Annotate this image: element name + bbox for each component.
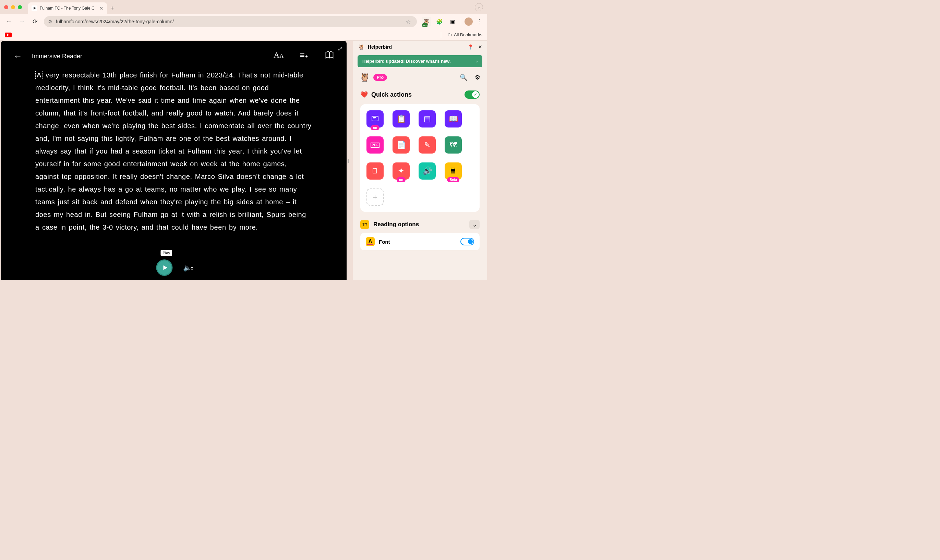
qa-dictionary[interactable]: 📖: [445, 110, 462, 128]
pro-badge: Pro: [373, 74, 387, 81]
play-tooltip: Play: [161, 250, 172, 256]
pin-button[interactable]: 📍: [468, 44, 474, 50]
qa-calculator[interactable]: 🖩Beta: [445, 162, 462, 180]
tab-favicon: ⚑: [32, 6, 37, 11]
chevron-right-icon: ›: [476, 58, 477, 64]
qa-pdf[interactable]: PDF: [366, 136, 384, 154]
close-window-button[interactable]: [4, 5, 8, 9]
play-button[interactable]: [156, 260, 173, 276]
helperbird-panel: 🦉 Helperbird 📍 ✕ Helperbird updated! Dis…: [353, 41, 487, 280]
site-settings-icon[interactable]: ⚙: [48, 19, 52, 24]
folder-icon: 🗀: [448, 32, 452, 37]
qa-badge: Beta: [447, 177, 459, 182]
font-icon: A: [366, 237, 375, 246]
helperbird-logo-icon: 🦉: [358, 43, 365, 51]
qa-badge: on: [371, 125, 380, 130]
reader-back-button[interactable]: ←: [13, 51, 22, 62]
quick-actions-header: ❤️ Quick actions: [353, 86, 487, 102]
helperbird-extension-icon[interactable]: 🦉on: [422, 17, 431, 26]
panel-titlebar: 🦉 Helperbird 📍 ✕: [353, 41, 487, 53]
heart-icon: ❤️: [360, 91, 368, 98]
qa-add-button[interactable]: ＋: [366, 189, 384, 206]
bookmark-star-icon[interactable]: ☆: [406, 18, 411, 25]
window-controls: [4, 5, 22, 9]
browser-tab[interactable]: ⚑ Fulham FC - The Tony Gale C ✕: [28, 2, 107, 14]
reader-tools: AA ≡✦: [274, 51, 334, 62]
tab-close-button[interactable]: ✕: [99, 6, 103, 11]
banner-text: Helperbird updated! Discover what's new.: [362, 58, 451, 64]
reader-header: ← Immersive Reader AA ≡✦: [1, 41, 346, 65]
browser-toolbar: ← → ⟳ ⚙ fulhamfc.com/news/2024/may/22/th…: [0, 14, 487, 29]
profile-avatar[interactable]: [465, 17, 473, 26]
reader-body: A very respectable 13th place finish for…: [1, 65, 346, 234]
extensions-area: 🦉on 🧩 ▣ ⋮: [422, 17, 482, 26]
extensions-button[interactable]: 🧩: [435, 17, 444, 26]
audio-player: Play 🔈⚙: [156, 260, 192, 276]
immersive-reader: ⤢ ← Immersive Reader AA ≡✦ A very respec…: [1, 41, 346, 280]
new-tab-button[interactable]: +: [111, 5, 114, 12]
reading-options-label: Reading options: [373, 221, 419, 228]
panel-toolbar: 🦉 Pro 🔍 ⚙: [353, 69, 487, 86]
reading-preferences-button[interactable]: [325, 51, 334, 62]
reading-options-header: TT Reading options ⌄: [353, 215, 487, 231]
url-text: fulhamfc.com/news/2024/may/22/the-tony-g…: [56, 19, 403, 24]
qa-map[interactable]: 🗺: [445, 136, 462, 154]
panel-title: Helperbird: [368, 44, 392, 50]
reload-button[interactable]: ⟳: [31, 17, 39, 26]
settings-button[interactable]: ⚙: [475, 74, 480, 81]
tab-title: Fulham FC - The Tony Gale C: [40, 6, 97, 11]
all-bookmarks-button[interactable]: All Bookmarks: [454, 32, 482, 37]
reader-title: Immersive Reader: [32, 53, 82, 60]
qa-badge: on: [397, 177, 406, 182]
search-button[interactable]: 🔍: [460, 74, 467, 81]
reading-options-icon: TT: [360, 220, 369, 229]
font-toggle[interactable]: [460, 238, 474, 245]
voice-settings-button[interactable]: 🔈⚙: [183, 263, 192, 272]
close-panel-button[interactable]: ✕: [478, 44, 482, 50]
font-option-row: A Font: [360, 233, 480, 250]
panel-resize-grip[interactable]: ‖: [346, 41, 350, 280]
article-text: A very respectable 13th place finish for…: [35, 71, 312, 231]
reading-options-collapse[interactable]: ⌄: [469, 220, 480, 229]
youtube-bookmark[interactable]: [5, 32, 12, 37]
qa-magic[interactable]: ✦on: [392, 162, 410, 180]
qa-audio[interactable]: 🔊: [418, 162, 436, 180]
maximize-window-button[interactable]: [18, 5, 22, 9]
side-panel-button[interactable]: ▣: [448, 17, 457, 26]
text-preferences-button[interactable]: AA: [274, 51, 283, 62]
forward-button[interactable]: →: [18, 17, 26, 26]
grammar-options-button[interactable]: ≡✦: [300, 51, 308, 62]
qa-reader-mode[interactable]: ▤: [418, 110, 436, 128]
quick-actions-label: Quick actions: [371, 91, 412, 98]
back-button[interactable]: ←: [5, 17, 13, 26]
extension-badge: on: [422, 23, 428, 27]
bookmarks-bar: 🗀 All Bookmarks: [0, 29, 487, 41]
qa-edit[interactable]: ✎: [418, 136, 436, 154]
qa-notes[interactable]: 📋: [392, 110, 410, 128]
fullscreen-button[interactable]: ⤢: [337, 45, 343, 52]
owl-icon: 🦉: [360, 73, 370, 82]
qa-document[interactable]: 📄: [392, 136, 410, 154]
minimize-window-button[interactable]: [11, 5, 15, 9]
browser-menu-button[interactable]: ⋮: [476, 18, 482, 25]
quick-actions-grid: on 📋 ▤ 📖 PDF 📄 ✎ 🗺 🗒 ✦on 🔊 🖩Beta ＋: [366, 110, 474, 206]
qa-sticky-note[interactable]: 🗒: [366, 162, 384, 180]
address-bar[interactable]: ⚙ fulhamfc.com/news/2024/may/22/the-tony…: [44, 16, 417, 27]
quick-actions-card: on 📋 ▤ 📖 PDF 📄 ✎ 🗺 🗒 ✦on 🔊 🖩Beta ＋: [360, 104, 480, 212]
titlebar: ⚑ Fulham FC - The Tony Gale C ✕ + ⌄: [0, 0, 487, 14]
update-banner[interactable]: Helperbird updated! Discover what's new.…: [358, 55, 482, 67]
tab-list-button[interactable]: ⌄: [475, 3, 483, 11]
font-label: Font: [379, 239, 390, 245]
qa-immersive-reader[interactable]: on: [366, 110, 384, 128]
quick-actions-toggle[interactable]: [465, 91, 480, 99]
content-area: ⤢ ← Immersive Reader AA ≡✦ A very respec…: [0, 41, 487, 280]
